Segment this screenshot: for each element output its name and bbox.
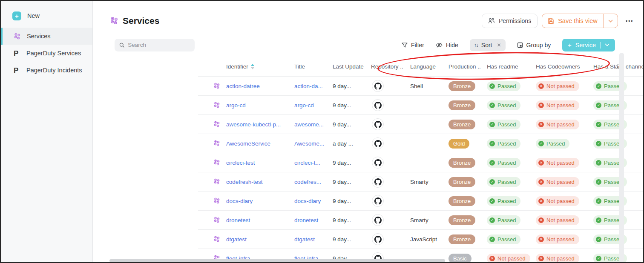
title-link[interactable]: dtgatest	[294, 236, 315, 243]
table-row[interactable]: dtgatestdtgatest9 day...JavaScriptBronze…	[198, 230, 644, 249]
has-codeowners-cell: ✓Passed	[536, 139, 593, 149]
sort-button[interactable]: ↑↓ Sort ✕	[470, 39, 506, 51]
status-badge: ✕Not passed	[536, 254, 579, 263]
status-label: Not passed	[546, 217, 575, 223]
sidebar-item-pagerduty-services[interactable]: P PagerDuty Services	[1, 45, 92, 62]
title-link[interactable]: Awesome...	[294, 140, 324, 147]
permissions-button[interactable]: Permissions	[482, 14, 538, 28]
has-readme-cell: ✕Not passed	[487, 254, 536, 263]
sort-indicator-icon[interactable]	[251, 64, 254, 69]
pagerduty-icon: P	[14, 50, 20, 57]
identifier-link[interactable]: awesome-kubectl-p...	[226, 121, 281, 128]
status-badge: ✓Passed	[487, 215, 520, 225]
status-label: Not passed	[546, 121, 575, 128]
production-readiness-cell: Bronze	[448, 100, 487, 110]
status-label: Passed	[497, 198, 516, 204]
clear-sort-icon[interactable]: ✕	[497, 42, 501, 48]
header-cell-repository[interactable]: Repository ..	[371, 63, 410, 70]
save-view-button[interactable]: Save this view	[542, 14, 603, 28]
table-row[interactable]: dronetestdronetest9 day...SmartyBronze✓P…	[198, 211, 644, 230]
identifier-link[interactable]: dtgatest	[226, 236, 247, 243]
header-cell-identifier[interactable]: Identifier	[226, 63, 294, 70]
status-badge: ✓Passed	[487, 196, 520, 206]
tier-badge: Bronze	[448, 100, 475, 110]
last-update-cell: 9 day...	[333, 217, 371, 223]
header-cell-title[interactable]: Title	[294, 63, 333, 70]
table-row[interactable]: action-datreeaction-da...9 day...ShellBr…	[198, 77, 644, 96]
vertical-scrollbar[interactable]	[619, 53, 624, 262]
status-label: Passed	[497, 83, 516, 89]
sidebar-item-services[interactable]: Services	[1, 28, 92, 45]
repository-link[interactable]	[372, 176, 384, 188]
repository-link[interactable]	[372, 214, 384, 226]
identifier-link[interactable]: AwesomeService	[226, 140, 270, 147]
table-row[interactable]: argo-cdargo-cd9 day...Bronze✓Passed✕Not …	[198, 96, 644, 115]
repository-link[interactable]	[372, 99, 384, 111]
production-readiness-cell: Gold	[448, 139, 487, 149]
title-link[interactable]: dronetest	[294, 217, 318, 223]
header-cell-has-codeowners[interactable]: Has Codeowners	[536, 63, 593, 70]
plus-icon: +	[12, 11, 21, 20]
microservices-icon	[213, 217, 220, 223]
title-link[interactable]: argo-cd	[294, 102, 314, 109]
repository-link[interactable]	[372, 80, 384, 92]
save-view-dropdown-button[interactable]	[603, 14, 618, 28]
hide-button[interactable]: Hide	[436, 42, 458, 49]
sidebar-item-label: Services	[27, 33, 51, 40]
has-codeowners-cell: ✕Not passed	[536, 215, 593, 225]
tier-badge: Bronze	[448, 81, 475, 91]
repository-link[interactable]	[372, 137, 384, 149]
table-row[interactable]: docs-diarydocs-diary9 day...Bronze✓Passe…	[198, 192, 644, 211]
last-update-cell: 9 day...	[333, 83, 371, 89]
chevron-down-icon[interactable]	[605, 43, 610, 46]
title-link[interactable]: awesome...	[294, 121, 324, 128]
toolbar: Filter Hide ↑↓ Sort ✕	[106, 38, 615, 51]
identifier-link[interactable]: docs-diary	[226, 198, 253, 204]
repository-link[interactable]	[372, 157, 384, 169]
permissions-label: Permissions	[499, 17, 531, 24]
filter-icon	[402, 42, 408, 48]
identifier-link[interactable]: action-datree	[226, 83, 260, 89]
repository-link[interactable]	[372, 118, 384, 130]
group-by-button[interactable]: Group by	[517, 42, 551, 49]
status-label: Passed	[497, 140, 516, 147]
users-icon	[488, 18, 495, 24]
header-cell-language[interactable]: Language	[410, 63, 448, 70]
save-icon	[548, 18, 554, 24]
header-cell-last-update[interactable]: Last Update	[333, 63, 371, 70]
repository-link[interactable]	[372, 233, 384, 245]
check-circle-icon: ✓	[489, 141, 495, 146]
table-row[interactable]: codefresh-testcodefres...9 day...SmartyB…	[198, 172, 644, 192]
status-label: Not passed	[546, 102, 575, 109]
identifier-link[interactable]: codefresh-test	[226, 179, 263, 185]
repository-link[interactable]	[372, 195, 384, 207]
has-codeowners-cell: ✕Not passed	[536, 196, 593, 206]
title-link[interactable]: circleci-t...	[294, 160, 320, 166]
language-cell: Smarty	[410, 179, 448, 185]
title-link[interactable]: docs-diary	[294, 198, 321, 204]
title-link[interactable]: codefres...	[294, 179, 321, 185]
add-service-split-button[interactable]: + Service	[562, 39, 615, 51]
row-entity-icon-cell	[198, 217, 226, 223]
repository-cell	[371, 99, 410, 111]
identifier-link[interactable]: dronetest	[226, 217, 250, 223]
table-row[interactable]: AwesomeServiceAwesome...a day ...Gold✓Pa…	[198, 134, 644, 153]
table-row[interactable]: circleci-testcircleci-t...9 day...Bronze…	[198, 153, 644, 172]
search-box[interactable]	[115, 39, 195, 51]
check-circle-icon: ✓	[489, 122, 495, 127]
header-cell-production[interactable]: Production ..	[448, 63, 487, 70]
language-cell: Shell	[410, 83, 448, 89]
identifier-link[interactable]: argo-cd	[226, 102, 246, 109]
horizontal-scrollbar[interactable]	[109, 259, 445, 262]
row-entity-icon-cell	[198, 197, 226, 204]
new-button[interactable]: + New	[1, 6, 92, 25]
sidebar-item-pagerduty-incidents[interactable]: P PagerDuty Incidents	[1, 62, 92, 79]
x-circle-icon: ✕	[538, 237, 544, 242]
filter-button[interactable]: Filter	[402, 42, 424, 49]
search-input[interactable]	[128, 42, 190, 48]
identifier-link[interactable]: circleci-test	[226, 160, 255, 166]
header-cell-has-readme[interactable]: Has readme	[487, 63, 536, 70]
title-link[interactable]: action-da...	[294, 83, 323, 89]
table-row[interactable]: awesome-kubectl-p...awesome...9 day...Br…	[198, 115, 644, 134]
more-menu-button[interactable]: •••	[626, 18, 633, 24]
